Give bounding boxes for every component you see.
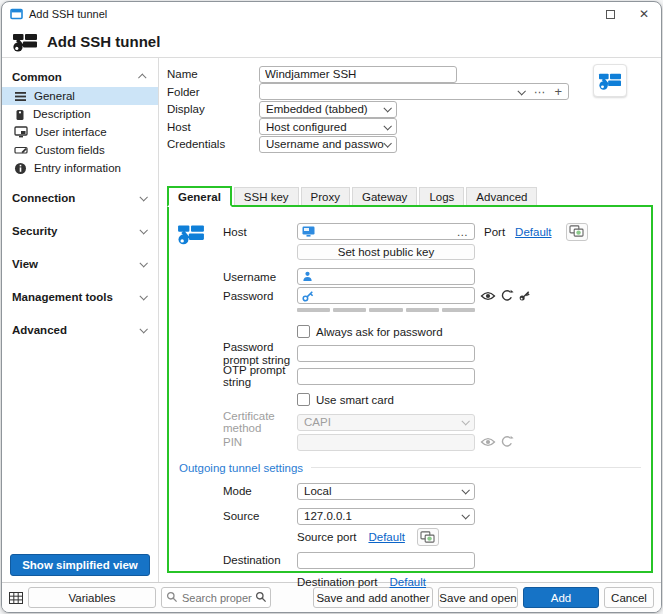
show-password-icon[interactable] bbox=[480, 290, 496, 302]
chevron-down-icon bbox=[139, 259, 147, 267]
tab-proxy[interactable]: Proxy bbox=[301, 187, 350, 205]
maximize-icon bbox=[606, 10, 615, 19]
sidebar-group-connection[interactable]: Connection bbox=[2, 186, 158, 210]
maximize-button[interactable] bbox=[593, 2, 627, 26]
folder-combobox[interactable]: ⋯ + bbox=[259, 83, 569, 100]
sidebar-item-general[interactable]: General bbox=[2, 87, 158, 105]
credentials-select[interactable]: Username and password bbox=[259, 136, 397, 153]
chevron-down-icon bbox=[139, 292, 147, 300]
sidebar-item-description[interactable]: Description bbox=[2, 105, 158, 123]
dialog-header: Add SSH tunnel bbox=[2, 26, 661, 57]
sidebar-item-entry-information[interactable]: Entry information bbox=[2, 159, 158, 177]
tab-ssh-key[interactable]: SSH key bbox=[234, 187, 299, 205]
destination-input[interactable] bbox=[297, 552, 475, 569]
tag-icon bbox=[14, 108, 26, 121]
pin-label: PIN bbox=[223, 436, 297, 448]
grid-icon[interactable] bbox=[9, 592, 23, 604]
name-label: Name bbox=[167, 68, 259, 80]
entry-type-icon-card bbox=[593, 64, 627, 97]
variables-button[interactable]: Variables bbox=[28, 587, 156, 608]
source-port-default-link[interactable]: Default bbox=[368, 531, 404, 543]
tab-strip: General SSH key Proxy Gateway Logs Advan… bbox=[167, 186, 653, 205]
search-icon bbox=[166, 591, 178, 603]
port-test-icon bbox=[569, 225, 584, 238]
set-host-public-key-button[interactable]: Set host public key bbox=[297, 244, 475, 260]
add-folder-icon[interactable]: + bbox=[554, 84, 562, 99]
display-select[interactable]: Embedded (tabbed) bbox=[259, 101, 397, 118]
tab-logs[interactable]: Logs bbox=[419, 187, 464, 205]
monitor-icon bbox=[14, 126, 28, 138]
use-smart-card-label: Use smart card bbox=[316, 394, 394, 406]
source-select[interactable]: 127.0.0.1 bbox=[297, 508, 475, 525]
tab-general[interactable]: General bbox=[167, 186, 232, 207]
chevron-down-icon bbox=[139, 193, 147, 201]
tab-advanced[interactable]: Advanced bbox=[466, 187, 537, 205]
sidebar-item-custom-fields[interactable]: Custom fields bbox=[2, 141, 158, 159]
otp-prompt-input[interactable] bbox=[297, 368, 475, 385]
host-mode-select[interactable]: Host configured bbox=[259, 118, 397, 135]
chevron-down-icon bbox=[517, 87, 525, 95]
check-port-button[interactable] bbox=[566, 223, 588, 241]
credentials-label: Credentials bbox=[167, 138, 259, 150]
show-pin-icon bbox=[480, 436, 496, 448]
search-property bbox=[161, 587, 271, 608]
sidebar-group-advanced[interactable]: Advanced bbox=[2, 318, 158, 342]
browse-folder-icon[interactable]: ⋯ bbox=[534, 85, 546, 99]
use-smart-card-checkbox[interactable] bbox=[297, 393, 310, 406]
name-input[interactable] bbox=[259, 66, 457, 83]
chevron-down-icon bbox=[139, 226, 147, 234]
show-simplified-view-button[interactable]: Show simplified view bbox=[10, 554, 150, 576]
ssh-tunnel-icon bbox=[177, 221, 205, 247]
port-default-link[interactable]: Default bbox=[515, 226, 551, 238]
certificate-method-label: Certificate method bbox=[223, 410, 297, 434]
source-label: Source bbox=[223, 510, 297, 522]
sidebar-group-security[interactable]: Security bbox=[2, 219, 158, 243]
certificate-method-select: CAPI bbox=[297, 414, 475, 431]
sidebar-group-view[interactable]: View bbox=[2, 252, 158, 276]
password-input[interactable] bbox=[297, 287, 475, 304]
chevron-down-icon bbox=[461, 511, 469, 519]
ssh-tunnel-icon bbox=[598, 70, 622, 92]
password-prompt-input[interactable] bbox=[297, 345, 475, 362]
password-prompt-label: Password prompt string bbox=[223, 341, 297, 367]
tab-gateway[interactable]: Gateway bbox=[352, 187, 417, 205]
search-icon[interactable] bbox=[255, 591, 267, 603]
general-tab-panel: Host … Port Default bbox=[167, 205, 653, 573]
browse-host-icon[interactable]: … bbox=[457, 223, 470, 240]
port-label: Port bbox=[484, 226, 505, 238]
close-button[interactable]: ✕ bbox=[627, 2, 661, 26]
host-input-wrap: … bbox=[297, 223, 475, 240]
chevron-down-icon bbox=[461, 417, 469, 425]
always-ask-checkbox[interactable] bbox=[297, 325, 310, 338]
info-icon bbox=[14, 162, 27, 175]
always-ask-label: Always ask for password bbox=[316, 326, 443, 338]
generate-pin-icon bbox=[500, 435, 514, 449]
section-divider bbox=[311, 467, 641, 468]
field-pencil-icon bbox=[14, 144, 28, 156]
source-port-label: Source port bbox=[297, 531, 356, 543]
chevron-down-icon bbox=[383, 122, 391, 130]
sidebar: Common General Description bbox=[2, 58, 159, 582]
username-input-wrap bbox=[297, 268, 475, 285]
chevron-down-icon bbox=[384, 139, 392, 147]
sidebar-group-common[interactable]: Common bbox=[2, 66, 158, 87]
host-label: Host bbox=[223, 226, 297, 238]
section-title: Outgoing tunnel settings bbox=[179, 462, 303, 474]
key-icon bbox=[302, 290, 314, 302]
sidebar-group-management-tools[interactable]: Management tools bbox=[2, 285, 158, 309]
password-key-tool-icon[interactable] bbox=[518, 289, 531, 302]
window-title: Add SSH tunnel bbox=[29, 8, 107, 20]
main-panel: Name Folder ⋯ + Display Embedded (tabbed… bbox=[159, 58, 661, 582]
list-icon bbox=[14, 91, 27, 102]
generate-password-icon[interactable] bbox=[500, 289, 514, 303]
username-input[interactable] bbox=[297, 268, 475, 285]
host-input[interactable] bbox=[297, 223, 475, 240]
user-icon bbox=[302, 271, 313, 282]
destination-port-default-link[interactable]: Default bbox=[390, 576, 426, 588]
check-source-port-button[interactable] bbox=[417, 528, 439, 546]
port-test-icon bbox=[420, 531, 435, 544]
otp-prompt-label: OTP prompt string bbox=[223, 364, 297, 388]
sidebar-item-user-interface[interactable]: User interface bbox=[2, 123, 158, 141]
mode-select[interactable]: Local bbox=[297, 483, 475, 500]
add-ssh-tunnel-dialog: Add SSH tunnel ✕ Add SSH tunnel Common bbox=[1, 1, 662, 613]
